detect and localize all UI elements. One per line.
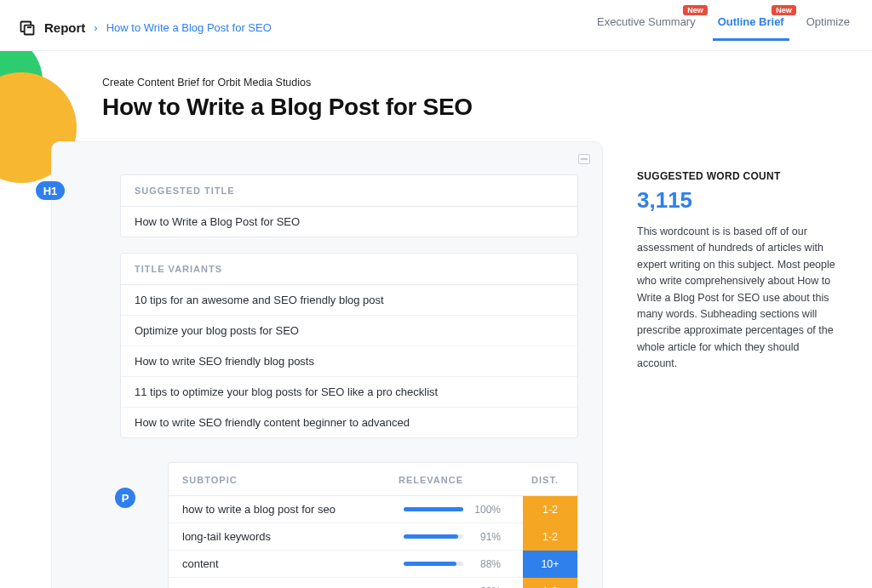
dist-pill: 1-2 (523, 496, 577, 523)
dist-pill: 1-2 (523, 523, 577, 551)
main-content: Create Content Brief for Orbit Media Stu… (0, 51, 872, 588)
title-variant-row[interactable]: 10 tips for an awesome and SEO friendly … (121, 285, 577, 316)
title-variant-row[interactable]: Optimize your blog posts for SEO (121, 316, 577, 346)
title-variants-card: TITLE VARIANTS 10 tips for an awesome an… (120, 253, 578, 438)
tab-executive-summary[interactable]: New Executive Summary (597, 15, 696, 40)
relevance-value: 91% (472, 531, 501, 543)
relevance-bar (404, 562, 463, 566)
dist-col-header: DIST. (518, 475, 577, 485)
title-variant-row[interactable]: How to write SEO friendly content beginn… (121, 408, 577, 437)
title-variant-row[interactable]: 11 tips to optimize your blog posts for … (121, 377, 577, 408)
report-label: Report (44, 20, 85, 35)
suggested-title-value[interactable]: How to Write a Blog Post for SEO (121, 207, 577, 237)
page-kicker: Create Content Brief for Orbit Media Stu… (102, 77, 603, 88)
tab-label: Optimize (806, 15, 850, 28)
collapse-icon[interactable] (578, 154, 590, 164)
subtopic-row[interactable]: how to write a blog post for seo100%1-2 (169, 496, 577, 523)
subtopic-row[interactable]: long-tail keywords91%1-2 (169, 523, 577, 551)
breadcrumb-separator: › (94, 21, 97, 34)
dist-pill: 1-2 (523, 578, 577, 589)
tab-label: Executive Summary (597, 15, 696, 28)
dist-pill: 10+ (523, 551, 577, 578)
new-badge: New (683, 5, 708, 15)
subtopic-row[interactable]: on-page seo69%1-2 (169, 578, 577, 588)
tab-outline-brief[interactable]: New Outline Brief (718, 15, 784, 40)
suggested-title-card: SUGGESTED TITLE How to Write a Blog Post… (120, 174, 578, 237)
suggested-wordcount-text: This wordcount is is based off of our as… (637, 224, 841, 372)
right-column: SUGGESTED WORD COUNT 3,115 This wordcoun… (637, 77, 841, 588)
p-chip: P (115, 488, 135, 508)
new-badge: New (772, 5, 796, 15)
breadcrumb: Report › How to Write a Blog Post for SE… (19, 20, 272, 37)
subtopic-label: on-page seo (169, 585, 404, 588)
subtopic-label: how to write a blog post for seo (169, 503, 404, 516)
relevance-bar (404, 507, 463, 511)
suggested-wordcount-value: 3,115 (637, 187, 841, 214)
page-title: How to Write a Blog Post for SEO (102, 94, 603, 121)
relevance-value: 100% (472, 504, 501, 516)
relevance-cell: 100% (404, 504, 523, 516)
title-variants-header: TITLE VARIANTS (121, 254, 577, 285)
h1-chip: H1 (36, 181, 65, 200)
relevance-cell: 69% (404, 585, 523, 589)
relevance-value: 88% (472, 558, 501, 570)
subtopic-row[interactable]: content88%10+ (169, 551, 577, 578)
subtopic-col-header: SUBTOPIC (169, 475, 399, 485)
suggested-wordcount-title: SUGGESTED WORD COUNT (637, 170, 841, 182)
subtopic-header-row: SUBTOPIC RELEVANCE DIST. (169, 463, 577, 496)
suggested-title-header: SUGGESTED TITLE (121, 175, 577, 207)
topbar: Report › How to Write a Blog Post for SE… (0, 0, 872, 51)
tab-label: Outline Brief (718, 15, 784, 28)
brief-panel: H1 SUGGESTED TITLE How to Write a Blog P… (51, 141, 603, 588)
relevance-cell: 88% (404, 558, 523, 570)
relevance-value: 69% (472, 585, 501, 589)
title-variant-row[interactable]: How to write SEO friendly blog posts (121, 346, 577, 377)
relevance-cell: 91% (404, 531, 523, 543)
subtopic-label: long-tail keywords (169, 530, 404, 543)
subtopic-table: SUBTOPIC RELEVANCE DIST. how to write a … (168, 462, 578, 588)
app-logo-icon (19, 20, 36, 37)
left-column: Create Content Brief for Orbit Media Stu… (102, 77, 603, 588)
breadcrumb-link[interactable]: How to Write a Blog Post for SEO (106, 21, 272, 34)
relevance-bar (404, 534, 463, 539)
relevance-col-header: RELEVANCE (399, 475, 518, 485)
top-tabs: New Executive Summary New Outline Brief … (597, 15, 850, 40)
tab-optimize[interactable]: Optimize (806, 15, 850, 40)
subtopic-label: content (169, 557, 404, 570)
